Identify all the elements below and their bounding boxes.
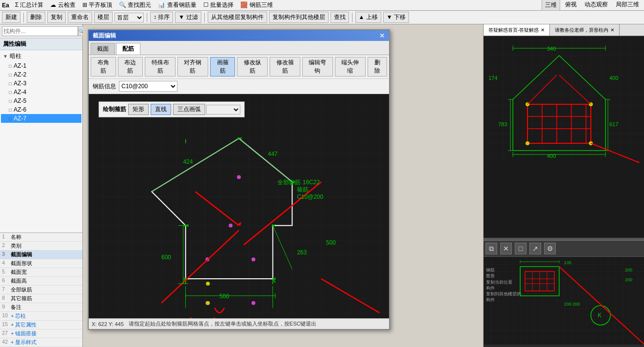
dialog-status-bar: X: 622 Y: 445 请指定起始点处绘制箍筋网格落点，按左键单击或输入坐标… [89, 318, 389, 329]
prop-row-27[interactable]: 27+ 锚固搭接 [0, 329, 82, 338]
tab-section[interactable]: 截面 [91, 43, 115, 55]
btn-draw-stirrup[interactable]: 画箍筋 [210, 57, 235, 77]
prop-row-15[interactable]: 15+ 其它属性 [0, 321, 82, 329]
menu-item-view-rebar[interactable]: 📊 查看钢筋量 [155, 0, 199, 10]
dialog-title-bar[interactable]: 截面编辑 ✕ [89, 30, 389, 41]
tab-rebar[interactable]: 配筋 [116, 43, 140, 55]
prop-panel-header: 属性编辑 [0, 39, 82, 50]
tree-item-az1[interactable]: □ AZ-1 [1, 61, 81, 70]
prop-row-10[interactable]: 10+ 芯柱 [0, 312, 82, 321]
btn-special-rebar[interactable]: 特殊布筋 [145, 57, 176, 77]
toolbar-sep-2 [147, 13, 147, 22]
btn-align-rebar[interactable]: 对齐钢筋 [177, 57, 208, 77]
rb-btn-settings[interactable]: ⚙ [544, 243, 556, 254]
dialog-toolbar: 布角筋 布边筋 特殊布筋 对齐钢筋 画箍筋 修改纵筋 修改箍筋 编辑弯钩 端头伸… [89, 55, 389, 79]
tree-item-az7[interactable]: □ AZ-7 [1, 114, 81, 123]
dim-600-label: 600 [161, 254, 171, 261]
canvas-svg: 447 424 263 600 500 [89, 94, 389, 318]
view-local-3d-btn[interactable]: 局部三维 [613, 0, 642, 11]
dim-500-right-label: 500 [326, 239, 336, 246]
btn-delete[interactable]: 删除 [368, 57, 387, 77]
svg-text:复制当前位置: 复制当前位置 [486, 280, 512, 285]
up-button[interactable]: ▲ 上移 [355, 12, 381, 23]
dialog-close-button[interactable]: ✕ [379, 32, 385, 39]
steel-info-select[interactable]: C10@200 [119, 81, 177, 92]
view-dynamic-btn[interactable]: 动态观察 [582, 0, 611, 11]
menu-item-3d[interactable]: 🧱 钢筋三维 [237, 0, 275, 10]
find-button[interactable]: 查找 [331, 12, 349, 23]
rb-btn-copy[interactable]: ⧉ [486, 243, 497, 254]
prop-row-3[interactable]: 3截面编辑 [0, 251, 82, 259]
right-tab-0[interactable]: 答疑解惑首页-答疑解惑 ✕ [484, 24, 550, 36]
tree-category-anzhus[interactable]: ▼ 暗柱 [1, 51, 81, 61]
floor-select[interactable]: 首层 [115, 13, 144, 22]
view-3d-btn[interactable]: 三维 [542, 0, 560, 11]
prop-row-42[interactable]: 42+ 显示样式 [0, 338, 82, 347]
prop-row-4: 4截面形状 [0, 259, 82, 268]
tree-view[interactable]: ▼ 暗柱 □ AZ-1 □ AZ-2 □ AZ-3 □ AZ-4 □ AZ-5 [0, 50, 82, 232]
menu-item-align[interactable]: ⊞ 平齐板顶 [79, 0, 115, 10]
svg-text:200: 200 [625, 277, 632, 282]
tree-item-icon-az7: □ [9, 116, 12, 121]
btn-edit-hook[interactable]: 编辑弯钩 [302, 57, 333, 77]
svg-text:构件: 构件 [486, 286, 495, 290]
rb-btn-external[interactable]: ↗ [529, 243, 541, 254]
right-panel: 答疑解惑首页-答疑解惑 ✕ 请教各位老师，异形柱内 ✕ [483, 24, 644, 347]
btn-corner-rebar[interactable]: 布角筋 [91, 57, 116, 77]
prop-row-6: 6截面高 [0, 277, 82, 286]
tree-item-az2[interactable]: □ AZ-2 [1, 70, 81, 79]
rebar-annotation: 全部纵筋 16C22 [277, 179, 320, 186]
section-editor-dialog: 截面编辑 ✕ 截面 配筋 布角筋 布边筋 特殊布筋 对齐钢筋 画箍筋 修改纵筋 … [88, 29, 390, 330]
toolbar-sep-1 [23, 13, 24, 22]
filter-button[interactable]: ▼ 过滤 [175, 12, 201, 23]
shape-arc-select[interactable] [206, 105, 240, 115]
menu-item-batch[interactable]: ☐ 批量选择 [200, 0, 236, 10]
search-input[interactable] [2, 26, 78, 36]
menu-item-find-elem[interactable]: 🔍 查找图元 [116, 0, 154, 10]
copy-to-button[interactable]: 复制构件到其他楼层 [269, 12, 329, 23]
right-tabs: 答疑解惑首页-答疑解惑 ✕ 请教各位老师，异形柱内 ✕ [484, 24, 644, 36]
right-main-drawing: 340 400 617 783 174 400 [484, 36, 644, 238]
tree-item-az4[interactable]: □ AZ-4 [1, 88, 81, 96]
rb-btn-close[interactable]: ✕ [500, 243, 512, 254]
btn-modify-long[interactable]: 修改纵筋 [237, 57, 268, 77]
rb-btn-expand[interactable]: □ [515, 243, 527, 254]
svg-text:135: 135 [564, 260, 571, 265]
tree-item-az3[interactable]: □ AZ-3 [1, 79, 81, 88]
right-tab-1[interactable]: 请教各位老师，异形柱内 ✕ [550, 24, 620, 36]
sort-button[interactable]: ↕ 排序 [150, 12, 173, 23]
svg-point-29 [206, 301, 210, 305]
btn-edge-rebar[interactable]: 布边筋 [118, 57, 143, 77]
shape-line-btn[interactable]: 直线 [151, 104, 171, 115]
down-button[interactable]: ▼ 下移 [383, 12, 409, 23]
svg-text:200  200: 200 200 [564, 302, 580, 307]
tree-item-az6[interactable]: □ AZ-6 [1, 105, 81, 114]
menu-item-check[interactable]: ☁ 云检查 [47, 0, 78, 10]
menu-item-calc[interactable]: Σ 汇总计算 [12, 0, 47, 10]
toolbar-sep-4 [352, 13, 352, 22]
right-dim-340: 340 [547, 46, 556, 52]
prop-row-7: 7全部纵筋 [0, 286, 82, 294]
svg-text:图形: 图形 [486, 273, 495, 278]
stirrup-value-annotation: C10@200 [297, 193, 323, 200]
tree-item-icon-az1: □ [9, 63, 12, 69]
floor-button[interactable]: 楼层 [94, 12, 113, 23]
shape-arc-btn[interactable]: 三点画弧 [173, 104, 205, 115]
btn-modify-stirrup[interactable]: 修改箍筋 [270, 57, 300, 77]
shape-rect-btn[interactable]: 矩形 [128, 104, 149, 115]
view-perspective-btn[interactable]: 俯视 [562, 0, 580, 11]
btn-end-extend[interactable]: 端头伸缩 [335, 57, 366, 77]
right-tab-close-1[interactable]: ✕ [610, 27, 614, 33]
new-button[interactable]: 新建 [2, 12, 20, 23]
rename-button[interactable]: 重命名 [68, 12, 92, 23]
right-tab-close-0[interactable]: ✕ [541, 27, 545, 33]
drawing-canvas[interactable]: 447 424 263 600 500 [89, 94, 389, 318]
tree-item-az5[interactable]: □ AZ-5 [1, 96, 81, 105]
svg-text:200: 200 [625, 268, 632, 272]
prop-row-2: 2类别 [0, 242, 82, 251]
copy-button[interactable]: 复制 [47, 12, 66, 23]
svg-text:构件: 构件 [486, 297, 495, 302]
delete-button[interactable]: 删除 [27, 12, 45, 23]
view-controls: 三维 俯视 动态观察 局部三维 [542, 0, 642, 11]
copy-from-button[interactable]: 从其他楼层复制构件 [208, 12, 267, 23]
